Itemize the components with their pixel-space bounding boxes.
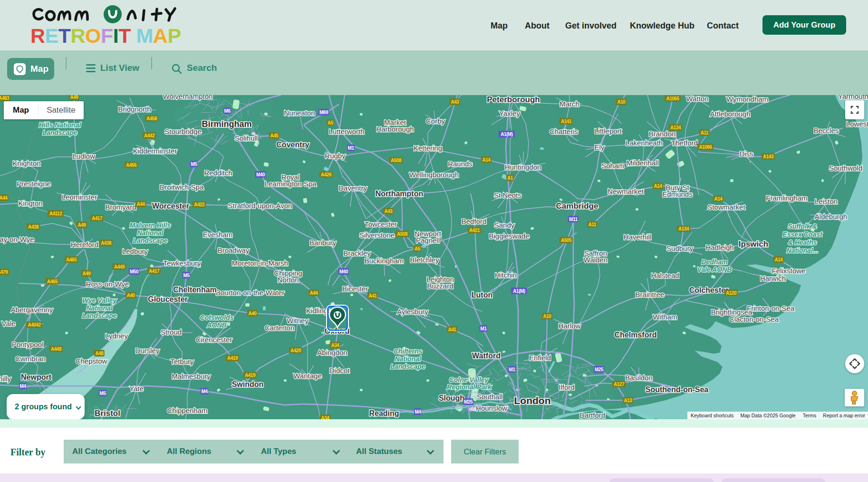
svg-text:Nuneaton: Nuneaton: [284, 109, 315, 117]
svg-text:A419: A419: [245, 373, 256, 378]
svg-text:A10: A10: [543, 314, 552, 319]
svg-text:M40: M40: [256, 172, 265, 177]
svg-text:A40: A40: [127, 293, 135, 298]
svg-text:A45: A45: [270, 133, 279, 138]
svg-text:Stourbridge: Stourbridge: [164, 127, 202, 135]
svg-text:A505: A505: [561, 238, 572, 243]
svg-text:Ipswich: Ipswich: [739, 240, 768, 249]
svg-text:A417: A417: [92, 216, 103, 221]
svg-text:Watford: Watford: [472, 352, 501, 360]
svg-text:Mildenhall: Mildenhall: [627, 159, 659, 167]
svg-text:Droitwich Spa: Droitwich Spa: [160, 183, 204, 191]
svg-text:M5: M5: [100, 391, 106, 396]
svg-text:Yarmouth: Yarmouth: [838, 95, 868, 100]
svg-text:Stratford-upon-Avon: Stratford-upon-Avon: [228, 202, 292, 210]
svg-text:Kidderminster: Kidderminster: [133, 147, 177, 155]
svg-text:Chatteris: Chatteris: [550, 127, 578, 135]
svg-text:Solihull: Solihull: [235, 134, 258, 142]
svg-text:Southend-on-Sea: Southend-on-Sea: [646, 386, 709, 394]
svg-text:Yaxley: Yaxley: [499, 109, 520, 117]
svg-text:A1(M): A1(M): [501, 132, 512, 137]
svg-text:A48: A48: [96, 351, 104, 356]
svg-text:A49: A49: [78, 222, 87, 228]
svg-text:A34: A34: [321, 415, 330, 420]
svg-text:Chippenham: Chippenham: [167, 406, 207, 415]
svg-text:A483: A483: [0, 96, 10, 101]
svg-text:Bristol: Bristol: [95, 409, 120, 418]
svg-text:A43: A43: [451, 99, 460, 105]
svg-text:M1: M1: [348, 145, 355, 151]
svg-text:Moreton-in-Marsh: Moreton-in-Marsh: [232, 259, 288, 267]
svg-text:Landscape: Landscape: [82, 312, 116, 319]
svg-text:A438: A438: [28, 224, 39, 230]
svg-text:Buzzard: Buzzard: [427, 282, 453, 290]
svg-text:Ilford: Ilford: [559, 383, 574, 391]
svg-text:Tetbury: Tetbury: [170, 357, 194, 366]
svg-text:A120: A120: [726, 290, 737, 296]
svg-text:A508: A508: [391, 158, 402, 163]
svg-text:Landscape: Landscape: [390, 363, 425, 370]
svg-text:Colchester: Colchester: [689, 286, 729, 294]
svg-text:Harlow: Harlow: [559, 322, 581, 330]
svg-text:St Neots: St Neots: [494, 191, 521, 199]
svg-text:A13: A13: [624, 398, 633, 403]
svg-text:Silverstone: Silverstone: [359, 231, 395, 239]
svg-text:A458: A458: [146, 116, 157, 121]
svg-text:Wellingborough: Wellingborough: [409, 171, 459, 179]
svg-text:M69: M69: [319, 110, 328, 115]
svg-text:Wantage: Wantage: [293, 372, 321, 380]
svg-text:Aylesbury: Aylesbury: [397, 308, 428, 316]
svg-text:Beccles: Beccles: [814, 126, 839, 135]
svg-text:Reading: Reading: [369, 409, 399, 417]
svg-text:Rugby: Rugby: [325, 152, 346, 160]
svg-text:M1: M1: [509, 367, 516, 372]
svg-text:Daventry: Daventry: [338, 184, 367, 192]
svg-text:Banbury: Banbury: [309, 239, 336, 247]
svg-text:A508: A508: [397, 231, 408, 237]
svg-text:Knighton: Knighton: [12, 159, 40, 167]
svg-text:Braintree: Braintree: [636, 290, 665, 299]
svg-text:Wolverhampton: Wolverhampton: [163, 95, 213, 100]
svg-text:Hadleigh: Hadleigh: [705, 243, 733, 251]
svg-text:M4: M4: [20, 384, 27, 389]
svg-text:Diss: Diss: [739, 150, 753, 158]
svg-text:Suffolk &: Suffolk &: [788, 222, 817, 230]
svg-text:Coventry: Coventry: [276, 141, 309, 149]
svg-text:Harborough: Harborough: [376, 125, 414, 133]
svg-text:M40: M40: [339, 269, 348, 274]
svg-text:Northampton: Northampton: [376, 190, 423, 198]
svg-text:Hereford: Hereford: [71, 241, 98, 249]
svg-text:Newmarket: Newmarket: [608, 187, 644, 195]
svg-text:Framlingham: Framlingham: [766, 194, 808, 202]
svg-text:Southall: Southall: [477, 393, 502, 401]
svg-text:Cheltenham: Cheltenham: [173, 286, 217, 294]
svg-text:A14: A14: [654, 183, 663, 189]
svg-text:Aldeburgh: Aldeburgh: [815, 212, 847, 221]
svg-text:A49: A49: [83, 271, 91, 276]
svg-text:Ludlow: Ludlow: [72, 152, 95, 160]
svg-text:Luton: Luton: [472, 291, 492, 299]
svg-text:A10: A10: [617, 99, 626, 105]
svg-text:Bedford: Bedford: [462, 217, 487, 225]
svg-text:Stroud: Stroud: [161, 328, 182, 336]
svg-text:A5: A5: [415, 246, 421, 251]
svg-text:Cirencester: Cirencester: [196, 336, 232, 344]
svg-text:A134: A134: [678, 226, 689, 231]
svg-text:A44: A44: [0, 195, 8, 201]
svg-text:A465: A465: [66, 257, 77, 262]
svg-text:Didcot: Didcot: [329, 366, 350, 375]
svg-text:A479: A479: [0, 270, 8, 275]
svg-text:Haverhill: Haverhill: [624, 233, 651, 241]
svg-text:Bourton-on-the-Water: Bourton-on-the-Water: [216, 289, 285, 297]
svg-text:A465: A465: [47, 279, 58, 284]
svg-text:Towcester: Towcester: [365, 220, 397, 228]
svg-text:A44: A44: [310, 290, 318, 296]
svg-text:M25: M25: [595, 367, 604, 372]
svg-text:A1066: A1066: [699, 145, 713, 150]
svg-text:A143: A143: [763, 154, 774, 159]
svg-text:National: National: [395, 355, 421, 363]
svg-text:Presteigne: Presteigne: [17, 180, 51, 188]
svg-text:Pontypool: Pontypool: [12, 340, 44, 348]
svg-text:AONB: AONB: [206, 321, 226, 329]
svg-text:M5: M5: [191, 162, 198, 167]
